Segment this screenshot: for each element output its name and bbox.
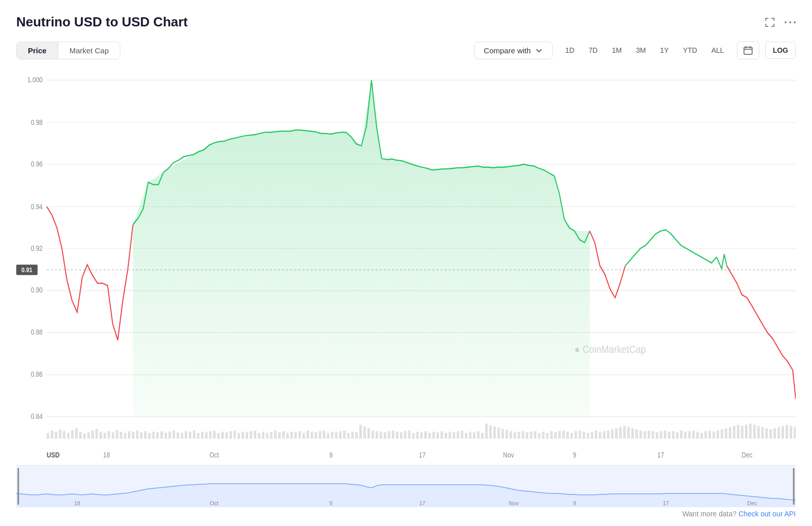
svg-rect-192: [704, 431, 707, 439]
svg-rect-133: [465, 433, 467, 439]
svg-rect-147: [522, 431, 524, 439]
controls-row: Price Market Cap Compare with 1D 7D 1M 3…: [16, 41, 796, 59]
market-cap-tab[interactable]: Market Cap: [58, 42, 120, 59]
svg-rect-115: [392, 431, 394, 439]
svg-rect-128: [445, 433, 447, 439]
svg-rect-52: [136, 431, 139, 439]
svg-rect-112: [380, 432, 382, 439]
svg-rect-109: [367, 428, 370, 439]
svg-rect-185: [676, 432, 679, 439]
time-all[interactable]: ALL: [705, 42, 731, 58]
svg-rect-101: [335, 432, 337, 439]
svg-rect-44: [104, 433, 106, 439]
time-1y[interactable]: 1Y: [654, 42, 675, 58]
svg-rect-161: [579, 431, 581, 439]
navigator-svg: 18 Oct 9 17 Nov 9 17 Dec: [16, 466, 796, 507]
svg-rect-154: [550, 431, 553, 439]
time-ytd[interactable]: YTD: [676, 42, 704, 58]
svg-rect-176: [639, 431, 642, 439]
price-tab[interactable]: Price: [17, 42, 58, 59]
svg-rect-35: [67, 433, 70, 439]
time-3m[interactable]: 3M: [629, 42, 652, 58]
svg-rect-62: [177, 432, 179, 439]
svg-rect-73: [221, 432, 224, 439]
svg-rect-163: [587, 433, 589, 439]
svg-rect-123: [424, 431, 427, 439]
api-link[interactable]: Check out our API: [738, 510, 796, 518]
svg-rect-77: [238, 433, 240, 439]
log-button[interactable]: LOG: [765, 42, 796, 59]
svg-rect-60: [168, 432, 171, 439]
svg-rect-97: [319, 431, 321, 439]
svg-rect-170: [615, 428, 618, 439]
svg-rect-116: [396, 432, 398, 439]
svg-rect-179: [652, 431, 654, 439]
svg-rect-164: [591, 432, 593, 439]
svg-text:0.84: 0.84: [31, 412, 43, 420]
more-icon[interactable]: [785, 21, 796, 24]
svg-rect-152: [542, 432, 545, 439]
svg-rect-53: [140, 432, 143, 439]
svg-rect-59: [164, 433, 167, 439]
svg-rect-63: [181, 433, 183, 439]
svg-rect-177: [644, 431, 646, 439]
svg-rect-95: [311, 432, 313, 439]
svg-rect-127: [441, 431, 443, 439]
svg-rect-58: [160, 431, 163, 439]
svg-rect-85: [270, 432, 273, 439]
svg-rect-191: [700, 433, 703, 439]
svg-rect-129: [449, 432, 451, 439]
svg-rect-67: [197, 433, 199, 439]
svg-rect-37: [75, 428, 78, 439]
svg-rect-107: [359, 425, 362, 439]
svg-rect-46: [112, 432, 114, 439]
svg-rect-110: [371, 431, 374, 439]
svg-rect-42: [95, 429, 98, 439]
svg-rect-126: [436, 432, 439, 439]
svg-rect-172: [623, 426, 626, 439]
svg-rect-155: [554, 432, 557, 439]
svg-rect-102: [339, 431, 342, 439]
svg-text:0.86: 0.86: [31, 370, 43, 378]
svg-rect-36: [71, 430, 74, 439]
svg-rect-142: [501, 429, 504, 439]
header-icons: [764, 17, 796, 28]
compare-with-button[interactable]: Compare with: [474, 42, 553, 59]
svg-rect-93: [302, 433, 305, 439]
svg-rect-72: [217, 433, 220, 439]
svg-rect-194: [713, 432, 715, 439]
svg-text:0.91: 0.91: [21, 266, 32, 274]
chart-type-tabs: Price Market Cap: [16, 42, 120, 59]
svg-rect-135: [473, 432, 476, 439]
svg-rect-184: [672, 431, 674, 439]
calendar-button[interactable]: [737, 41, 759, 59]
time-1m[interactable]: 1M: [605, 42, 628, 58]
svg-rect-108: [363, 426, 366, 439]
svg-rect-105: [351, 432, 354, 439]
svg-rect-139: [489, 425, 492, 439]
svg-text:0.96: 0.96: [31, 160, 43, 168]
svg-rect-100: [331, 432, 333, 439]
svg-text:9: 9: [329, 500, 332, 506]
svg-rect-94: [307, 431, 309, 439]
svg-rect-208: [769, 430, 772, 439]
svg-rect-186: [680, 431, 683, 439]
svg-rect-66: [193, 431, 195, 439]
svg-rect-169: [611, 430, 614, 439]
svg-rect-89: [286, 433, 289, 439]
time-range-buttons: 1D 7D 1M 3M 1Y YTD ALL: [559, 42, 731, 58]
svg-rect-141: [497, 428, 500, 439]
svg-rect-204: [753, 425, 756, 439]
svg-rect-153: [546, 433, 549, 439]
time-1d[interactable]: 1D: [559, 42, 581, 58]
svg-rect-86: [274, 431, 277, 439]
expand-icon[interactable]: [764, 17, 775, 28]
svg-rect-99: [327, 433, 329, 439]
svg-text:Nov: Nov: [503, 451, 514, 459]
main-chart-area: 1.000 0.98 0.96 0.94 0.92 0.90 0.88 0.86…: [16, 69, 796, 518]
time-7d[interactable]: 7D: [582, 42, 604, 58]
svg-rect-197: [725, 428, 727, 439]
svg-rect-3: [744, 47, 752, 54]
svg-text:17: 17: [657, 451, 664, 459]
svg-rect-51: [132, 432, 134, 439]
